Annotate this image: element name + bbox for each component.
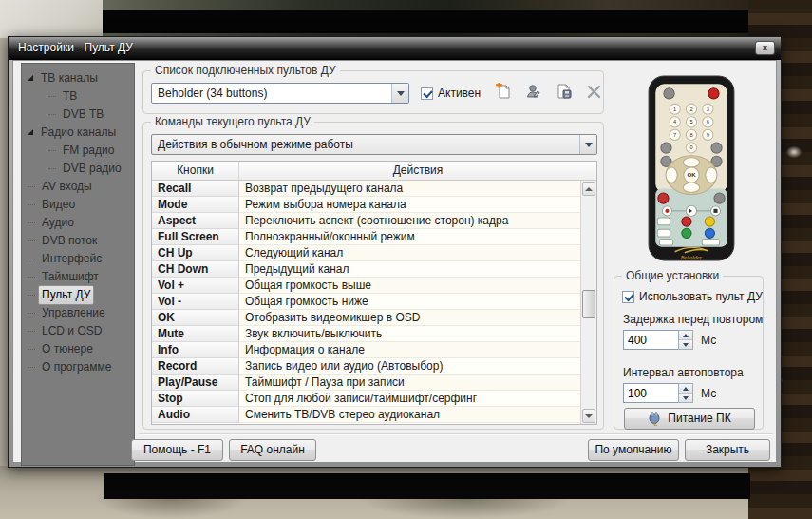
spin-down-icon[interactable] <box>679 394 692 402</box>
faq-button[interactable]: FAQ онлайн <box>229 439 316 461</box>
table-row[interactable]: RecallВозврат предыдущего канала <box>152 181 580 197</box>
cell-button-name[interactable]: OK <box>152 310 239 326</box>
cell-button-name[interactable]: Mode <box>152 197 239 213</box>
delete-remote-icon[interactable] <box>584 81 605 102</box>
cell-action[interactable]: Предыдущий канал <box>239 261 580 278</box>
cell-action[interactable]: Полноэкранный/оконный режим <box>239 229 580 245</box>
sidebar-item-о-тюнере[interactable]: О тюнере <box>28 340 130 358</box>
column-header-actions[interactable]: Действия <box>239 162 596 180</box>
table-row[interactable]: CH UpСледующий канал <box>152 245 580 261</box>
cell-action[interactable]: Общая громкость ниже <box>239 294 580 310</box>
cell-action[interactable]: Таймшифт / Пауза при записи <box>239 375 580 391</box>
table-row[interactable]: Vol +Общая громкость выше <box>152 278 580 294</box>
edit-remote-icon[interactable] <box>523 81 544 102</box>
chevron-down-icon[interactable] <box>579 135 596 154</box>
use-remote-checkbox[interactable]: Использовать пульт ДУ <box>622 289 763 304</box>
titlebar[interactable]: Настройки - Пульт ДУ x <box>9 37 781 60</box>
sidebar-item-dvb-тв[interactable]: DVB ТВ <box>28 106 130 124</box>
table-row[interactable]: Vol -Общая громкость ниже <box>152 294 580 310</box>
table-row[interactable]: InfoИнформация о канале <box>152 342 580 358</box>
sidebar-item-пульт-ду[interactable]: Пульт ДУ <box>28 286 130 304</box>
scroll-up-icon[interactable] <box>582 182 595 196</box>
command-mode-select[interactable]: Действия в обычном режиме работы <box>151 134 597 155</box>
table-row[interactable]: Play/PauseТаймшифт / Пауза при записи <box>152 375 580 391</box>
sidebar-item-lcd-и-osd[interactable]: LCD и OSD <box>28 322 130 340</box>
table-header[interactable]: Кнопки Действия <box>152 162 596 181</box>
cell-action[interactable]: Возврат предыдущего канала <box>239 181 580 197</box>
repeat-delay-stepper[interactable] <box>678 330 693 350</box>
repeat-interval-input[interactable] <box>623 383 678 403</box>
spin-up-icon[interactable] <box>679 331 692 340</box>
cell-button-name[interactable]: Info <box>152 342 239 358</box>
cell-button-name[interactable]: Recall <box>152 181 239 197</box>
cell-button-name[interactable]: Vol + <box>152 278 239 294</box>
scroll-down-icon[interactable] <box>582 409 595 423</box>
sidebar-item-интерфейс[interactable]: Интерфейс <box>28 250 130 268</box>
expand-icon[interactable] <box>28 75 33 81</box>
spin-down-icon[interactable] <box>679 340 692 349</box>
cell-action[interactable]: Переключить аспект (соотношение сторон) … <box>239 213 580 229</box>
remote-select[interactable]: Beholder (34 buttons) <box>151 83 409 104</box>
cell-action[interactable]: Отобразить видеомикшер в OSD <box>239 310 580 326</box>
help-button[interactable]: Помощь - F1 <box>131 439 223 461</box>
column-header-buttons[interactable]: Кнопки <box>152 162 239 180</box>
cell-button-name[interactable]: Mute <box>152 326 239 342</box>
table-row[interactable]: AspectПереключить аспект (соотношение ст… <box>152 213 580 229</box>
table-row[interactable]: RecordЗапись видео или аудио (Автовыбор) <box>152 358 580 375</box>
cell-button-name[interactable]: Play/Pause <box>152 375 239 391</box>
repeat-delay-input[interactable] <box>623 330 678 350</box>
spin-up-icon[interactable] <box>679 384 692 394</box>
chevron-down-icon[interactable] <box>391 84 408 103</box>
sidebar-item-таймшифт[interactable]: Таймшифт <box>28 268 130 286</box>
sidebar-item-о-программе[interactable]: О программе <box>28 358 130 376</box>
sidebar-item-av-входы[interactable]: AV входы <box>28 178 130 196</box>
pc-power-button[interactable]: Питание ПК <box>624 408 755 430</box>
sidebar-item-радио-каналы[interactable]: Радио каналы <box>28 124 130 142</box>
checkbox-check-icon[interactable] <box>421 87 433 100</box>
new-remote-icon[interactable] <box>493 81 514 102</box>
table-row[interactable]: OKОтобразить видеомикшер в OSD <box>152 310 580 326</box>
sidebar-item-dvb-поток[interactable]: DVB поток <box>28 232 130 250</box>
sidebar-item-fm-радио[interactable]: FM радио <box>28 142 130 160</box>
sidebar-item-управление[interactable]: Управление <box>28 304 130 322</box>
table-row[interactable]: ModeРежим выбора номера канала <box>152 197 580 213</box>
table-row[interactable]: Full ScreenПолноэкранный/оконный режим <box>152 229 580 245</box>
scrollbar-thumb[interactable] <box>582 290 595 318</box>
active-checkbox[interactable]: Активен <box>421 86 481 101</box>
sidebar-item-label: Пульт ДУ <box>38 285 94 305</box>
cell-action[interactable]: Следующий канал <box>239 245 580 261</box>
sidebar-item-тв[interactable]: ТВ <box>28 87 130 106</box>
table-row[interactable]: StopСтоп для любой записи/таймшифт/серфи… <box>152 391 580 407</box>
defaults-button[interactable]: По умолчанию <box>588 439 679 461</box>
sidebar-item-видео[interactable]: Видео <box>28 196 130 214</box>
cell-action[interactable]: Стоп для любой записи/таймшифт/серфинг <box>239 391 580 407</box>
cell-button-name[interactable]: Aspect <box>152 213 239 229</box>
save-remote-icon[interactable] <box>554 81 575 102</box>
cell-action[interactable]: Запись видео или аудио (Автовыбор) <box>239 358 580 375</box>
sidebar-item-dvb-радио[interactable]: DVB радио <box>28 160 130 178</box>
close-window-button[interactable]: x <box>755 41 775 55</box>
cell-button-name[interactable]: Vol - <box>152 294 239 310</box>
cell-action[interactable]: Режим выбора номера канала <box>239 197 580 213</box>
table-row[interactable]: CH DownПредыдущий канал <box>152 261 580 278</box>
cell-action[interactable]: Информация о канале <box>239 342 580 358</box>
cell-button-name[interactable]: CH Up <box>152 245 239 261</box>
cell-button-name[interactable]: Full Screen <box>152 229 239 245</box>
cell-action[interactable]: Общая громкость выше <box>239 278 580 294</box>
cell-button-name[interactable]: Record <box>152 358 239 375</box>
cell-button-name[interactable]: CH Down <box>152 261 239 278</box>
table-scrollbar[interactable] <box>580 181 596 424</box>
cell-action[interactable]: Сменить ТВ/DVB стерео аудиоканал <box>239 407 580 423</box>
expand-icon[interactable] <box>28 129 33 135</box>
cell-button-name[interactable]: Stop <box>152 391 239 407</box>
sidebar-item-label: DVB ТВ <box>59 105 107 125</box>
table-row[interactable]: AudioСменить ТВ/DVB стерео аудиоканал <box>152 407 580 423</box>
close-button[interactable]: Закрыть <box>685 439 770 461</box>
checkbox-check-icon[interactable] <box>622 291 634 303</box>
sidebar-item-тв-каналы[interactable]: ТВ каналы <box>28 69 130 87</box>
sidebar-item-аудио[interactable]: Аудио <box>28 214 130 232</box>
table-row[interactable]: MuteЗвук включить/выключить <box>152 326 580 342</box>
cell-button-name[interactable]: Audio <box>152 407 239 423</box>
cell-action[interactable]: Звук включить/выключить <box>239 326 580 342</box>
repeat-interval-stepper[interactable] <box>678 383 693 403</box>
